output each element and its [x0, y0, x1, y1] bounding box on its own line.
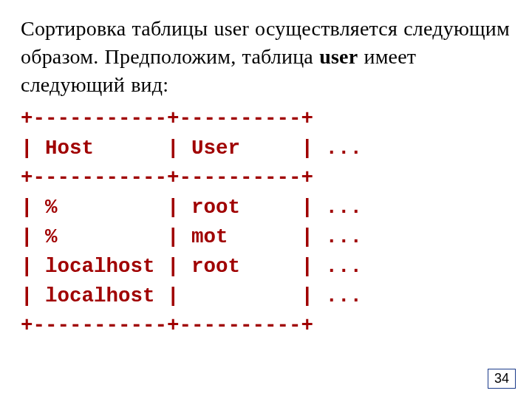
ascii-l6: | localhost | root | ... — [21, 255, 362, 278]
ascii-l3: +-----------+----------+ — [21, 166, 313, 189]
page-number: 34 — [488, 369, 516, 389]
intro-text: Сортировка таблицы user осуществляется с… — [21, 15, 511, 98]
ascii-l7: | localhost | | ... — [21, 284, 362, 307]
ascii-l8: +-----------+----------+ — [21, 314, 313, 337]
ascii-l4: | % | root | ... — [21, 196, 362, 219]
intro-part1: Сортировка таблицы user осуществляется с… — [21, 17, 510, 68]
intro-bold: user — [319, 45, 358, 68]
ascii-l2: | Host | User | ... — [21, 137, 362, 160]
slide-page: Сортировка таблицы user осуществляется с… — [0, 0, 532, 399]
ascii-l1: +-----------+----------+ — [21, 107, 313, 130]
ascii-table: +-----------+----------+ | Host | User |… — [21, 104, 511, 340]
ascii-l5: | % | mot | ... — [21, 225, 362, 248]
